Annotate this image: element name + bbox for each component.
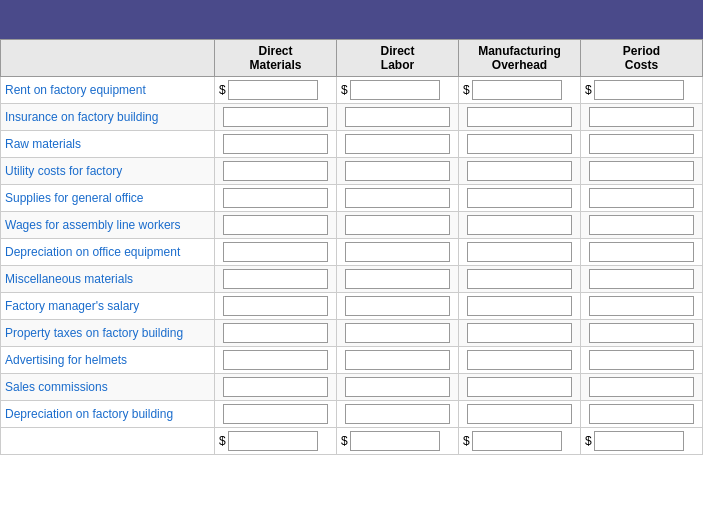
table-row: Miscellaneous materials	[1, 266, 703, 293]
cost-input[interactable]	[589, 350, 694, 370]
input-cell: $	[215, 77, 337, 104]
cost-input[interactable]	[594, 80, 684, 100]
cost-input[interactable]	[589, 377, 694, 397]
cost-input[interactable]	[228, 80, 318, 100]
input-cell	[337, 212, 459, 239]
cost-input[interactable]	[345, 269, 450, 289]
cost-input[interactable]	[223, 404, 328, 424]
input-wrapper: $	[585, 80, 698, 100]
cost-item-label: Factory manager's salary	[1, 293, 215, 320]
cost-item-label: Sales commissions	[1, 374, 215, 401]
cost-input[interactable]	[223, 350, 328, 370]
cost-input[interactable]	[467, 188, 572, 208]
cost-input[interactable]	[589, 242, 694, 262]
input-cell	[580, 239, 702, 266]
cost-input[interactable]	[223, 215, 328, 235]
total-dollar-sign: $	[219, 434, 226, 448]
cost-input[interactable]	[589, 161, 694, 181]
total-cost-input[interactable]	[594, 431, 684, 451]
input-cell	[580, 131, 702, 158]
cost-input[interactable]	[345, 242, 450, 262]
cost-input[interactable]	[223, 323, 328, 343]
cost-input[interactable]	[223, 161, 328, 181]
cost-input[interactable]	[467, 350, 572, 370]
input-cell	[337, 185, 459, 212]
cost-input[interactable]	[589, 134, 694, 154]
total-label-cell	[1, 428, 215, 455]
cost-input[interactable]	[345, 404, 450, 424]
cost-input[interactable]	[467, 323, 572, 343]
cost-input[interactable]	[345, 323, 450, 343]
input-cell	[580, 185, 702, 212]
cost-input[interactable]	[467, 269, 572, 289]
cost-input[interactable]	[589, 215, 694, 235]
cost-input[interactable]	[223, 188, 328, 208]
input-wrapper: $	[219, 80, 332, 100]
cost-input[interactable]	[223, 242, 328, 262]
cost-input[interactable]	[223, 134, 328, 154]
cost-input[interactable]	[467, 242, 572, 262]
total-dollar-sign: $	[585, 434, 592, 448]
dollar-sign: $	[219, 83, 226, 97]
input-cell	[580, 212, 702, 239]
table-row: Property taxes on factory building	[1, 320, 703, 347]
input-cell	[337, 401, 459, 428]
cost-input[interactable]	[467, 377, 572, 397]
cost-input[interactable]	[467, 161, 572, 181]
total-input-cell: $	[580, 428, 702, 455]
cost-input[interactable]	[345, 296, 450, 316]
cost-input[interactable]	[589, 323, 694, 343]
page-wrapper: DirectMaterials DirectLabor Manufacturin…	[0, 0, 703, 455]
cost-input[interactable]	[589, 269, 694, 289]
total-dollar-sign: $	[341, 434, 348, 448]
cost-input[interactable]	[345, 377, 450, 397]
cost-input[interactable]	[345, 134, 450, 154]
cost-input[interactable]	[350, 80, 440, 100]
table-row: Raw materials	[1, 131, 703, 158]
cost-input[interactable]	[589, 188, 694, 208]
cost-input[interactable]	[589, 107, 694, 127]
cost-input[interactable]	[345, 188, 450, 208]
total-cost-input[interactable]	[472, 431, 562, 451]
input-cell	[458, 239, 580, 266]
dollar-sign: $	[341, 83, 348, 97]
input-cell	[215, 374, 337, 401]
cost-input[interactable]	[223, 107, 328, 127]
cost-input[interactable]	[467, 215, 572, 235]
input-cell	[215, 347, 337, 374]
total-cost-input[interactable]	[350, 431, 440, 451]
cost-input[interactable]	[345, 107, 450, 127]
cost-input[interactable]	[223, 269, 328, 289]
cost-input[interactable]	[472, 80, 562, 100]
input-cell	[458, 374, 580, 401]
cost-item-label: Wages for assembly line workers	[1, 212, 215, 239]
cost-input[interactable]	[467, 296, 572, 316]
input-cell	[458, 293, 580, 320]
input-cell	[458, 185, 580, 212]
cost-input[interactable]	[345, 350, 450, 370]
cost-input[interactable]	[345, 215, 450, 235]
input-cell	[580, 104, 702, 131]
cost-input[interactable]	[467, 404, 572, 424]
input-cell	[458, 401, 580, 428]
cost-item-label: Supplies for general office	[1, 185, 215, 212]
cost-item-label: Rent on factory equipment	[1, 77, 215, 104]
table-row: Advertising for helmets	[1, 347, 703, 374]
cost-input[interactable]	[345, 161, 450, 181]
cost-input[interactable]	[589, 296, 694, 316]
cost-input[interactable]	[589, 404, 694, 424]
input-cell	[337, 266, 459, 293]
input-cell	[215, 320, 337, 347]
table-row: Depreciation on factory building	[1, 401, 703, 428]
cost-input[interactable]	[467, 134, 572, 154]
total-input-wrapper: $	[585, 431, 698, 451]
input-cell	[580, 320, 702, 347]
total-cost-input[interactable]	[228, 431, 318, 451]
cost-input[interactable]	[223, 377, 328, 397]
cost-input[interactable]	[467, 107, 572, 127]
col-header-manufacturing-overhead: ManufacturingOverhead	[458, 40, 580, 77]
table-row: Factory manager's salary	[1, 293, 703, 320]
cost-input[interactable]	[223, 296, 328, 316]
input-cell	[215, 401, 337, 428]
cost-item-label: Depreciation on factory building	[1, 401, 215, 428]
